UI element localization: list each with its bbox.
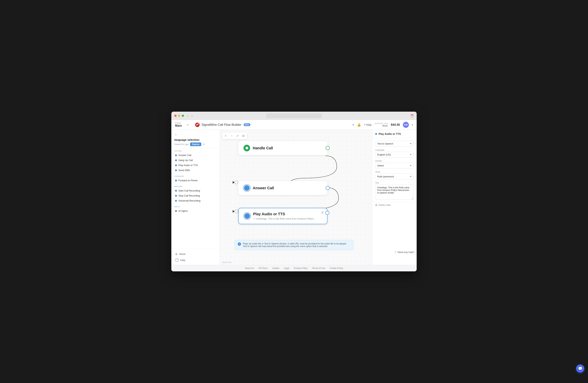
play-audio-right-connector[interactable] xyxy=(325,211,329,215)
flow-name: language selection xyxy=(174,138,216,141)
back-button[interactable]: ← xyxy=(174,132,178,137)
project-label: Project xyxy=(175,122,182,124)
app-title-text: SignalWire Call Flow Builder xyxy=(201,123,241,127)
play-audio-node[interactable]: Play Audio or TTS ↪ Greetings. This is t… xyxy=(238,208,327,224)
gender-label: Gender xyxy=(375,160,414,162)
sidebar-item-label: Send SMS xyxy=(178,169,190,172)
footer-link-cookie[interactable]: Cookie Policy xyxy=(330,267,343,269)
sidebar-item-play-audio-tts[interactable]: Play Audio or TTS xyxy=(174,163,216,168)
sidebar-item-send-sms[interactable]: Send SMS xyxy=(174,168,216,173)
project-info: Project Main xyxy=(175,122,182,127)
panel-dot xyxy=(375,133,377,135)
sidebar-section-record: RECORD Start Call Recording Stop Call Re… xyxy=(171,184,219,204)
sidebar-item-label: Answer Call xyxy=(178,154,191,157)
dot-icon xyxy=(175,180,177,181)
delete-node-icon[interactable]: 🗑 xyxy=(321,211,324,214)
titlebar-clock: ⏰ xyxy=(411,114,414,117)
help-circle-icon: ? xyxy=(364,123,365,126)
sidebar-item-label: Forward to Phone xyxy=(178,179,198,182)
project-name[interactable]: Main xyxy=(175,124,182,127)
nav-back-button[interactable]: ‹ xyxy=(186,114,189,118)
language-field: Language English (US) English (UK) Spani… xyxy=(375,149,414,158)
sidebar-item-stop-call-recording[interactable]: Stop Call Recording xyxy=(174,193,216,198)
swap-icon[interactable]: ⇌ xyxy=(187,123,189,126)
audio-type-select[interactable]: Text to Speech Audio File xyxy=(375,141,414,146)
delete-node-button[interactable]: 🗑 Delete node xyxy=(372,202,417,208)
app-header: Project Main ⇌ SignalWire Call Flow Buil… xyxy=(171,120,417,130)
help-label: Help xyxy=(180,259,185,262)
language-label: Language xyxy=(375,149,414,151)
footer-link-about-us[interactable]: About Us xyxy=(245,267,254,269)
help-button[interactable]: ? Help xyxy=(364,123,372,126)
notification-bell-icon[interactable]: 🔔 xyxy=(357,123,361,126)
logo-area: SignalWire Call Flow Builder Beta xyxy=(195,122,250,127)
history-icon[interactable]: ↺ xyxy=(203,143,205,146)
sidebar-item-ai-agent[interactable]: AI Agent xyxy=(174,208,216,213)
gender-field: Gender Select Male Female xyxy=(375,160,414,168)
handle-call-node[interactable]: Handle Call xyxy=(238,141,327,155)
sidebar-item-start-call-recording[interactable]: Start Call Recording xyxy=(174,188,216,193)
svg-point-0 xyxy=(246,147,248,149)
about-link[interactable]: ◈ About xyxy=(174,251,216,257)
tts-text-input[interactable]: Greetings. This is the Ruth voice from A… xyxy=(375,185,414,200)
dot-icon xyxy=(175,159,177,161)
sidebar-item-label: Stop Call Recording xyxy=(178,194,200,197)
fullscreen-button[interactable] xyxy=(182,115,184,117)
answer-call-node[interactable]: Answer Call xyxy=(238,181,327,195)
save-view-button[interactable]: ⊡ xyxy=(241,133,246,138)
help-chat-close-button[interactable]: × xyxy=(395,250,396,254)
gender-select[interactable]: Select Male Female xyxy=(375,163,414,168)
zoom-in-button[interactable]: + xyxy=(223,133,228,138)
record-section-label: RECORD xyxy=(174,185,216,187)
footer-link-legal[interactable]: Legal xyxy=(284,267,289,269)
zoom-out-button[interactable]: − xyxy=(229,133,234,138)
voice-select[interactable]: Ruth (premium) Joanna Matthew xyxy=(375,174,414,180)
footer-link-api-docs[interactable]: API Docs xyxy=(258,267,268,269)
titlebar: ‹ › ⏰ xyxy=(171,112,417,120)
fit-view-button[interactable]: ⤢ xyxy=(235,133,240,138)
sidebar-item-label: AI Agent xyxy=(178,209,188,212)
nav-forward-button[interactable]: › xyxy=(190,114,194,118)
footer-link-guides[interactable]: Guides xyxy=(272,267,279,269)
play-audio-subtitle: ↪ Greetings. This is the Ruth voice from… xyxy=(253,217,322,220)
dot-icon xyxy=(175,210,177,212)
answer-call-arrow xyxy=(233,181,238,184)
header-right: 🔔 ? Help SUPPORT TIER Basic $44.56 SW ▾ xyxy=(352,122,413,128)
sidebar-item-hang-up-call[interactable]: Hang Up Call xyxy=(174,158,216,163)
handle-call-right-connector[interactable] xyxy=(326,146,330,150)
help-chat-text: Need any help? xyxy=(398,251,414,254)
saved-status: Saved 0m ago xyxy=(174,143,189,146)
forward-section-label: FORWARD xyxy=(174,175,216,177)
help-question-icon: ? xyxy=(175,258,179,262)
dot-icon xyxy=(175,190,177,192)
dot-icon xyxy=(175,164,177,166)
minimize-button[interactable] xyxy=(178,115,180,117)
sidebar-item-forward-to-phone[interactable]: Forward to Phone xyxy=(174,178,216,183)
sidebar-item-label: Play Audio or TTS xyxy=(178,164,198,167)
canvas-footer: React Flow xyxy=(222,261,231,263)
canvas-area[interactable]: + − ⤢ ⊡ Handle xyxy=(220,130,372,265)
text-field: Text Greetings. This is the Ruth voice f… xyxy=(375,182,414,200)
language-select[interactable]: English (US) English (UK) Spanish xyxy=(375,152,414,158)
footer-link-privacy[interactable]: Privacy Policy xyxy=(294,267,308,269)
help-link[interactable]: ? Help xyxy=(174,257,216,263)
dot-icon xyxy=(175,200,177,202)
about-label: About xyxy=(179,253,186,255)
answer-call-right-connector[interactable] xyxy=(326,186,330,190)
close-button[interactable] xyxy=(174,115,177,117)
sidebar-item-voicemail-recording[interactable]: Voicemail Recording xyxy=(174,198,216,203)
app-window: ‹ › ⏰ Project Main ⇌ SignalWire Call Flo… xyxy=(171,112,417,271)
deploy-button[interactable]: Deploy xyxy=(190,142,201,146)
sidebar-item-answer-call[interactable]: Answer Call xyxy=(174,153,216,158)
panel-title: Play Audio or TTS xyxy=(378,132,401,135)
chevron-down-icon[interactable]: ▾ xyxy=(412,123,413,126)
right-panel: Play Audio or TTS Text to Speech Audio F… xyxy=(372,130,417,265)
url-bar[interactable] xyxy=(266,113,322,118)
about-icon: ◈ xyxy=(175,252,178,256)
avatar[interactable]: SW xyxy=(403,122,409,128)
footer-link-terms[interactable]: Terms of Use xyxy=(312,267,325,269)
play-audio-node-icon xyxy=(244,213,251,219)
panel-header: Play Audio or TTS xyxy=(372,130,417,138)
handle-call-node-container: Handle Call xyxy=(238,141,327,155)
voice-field: Voice Ruth (premium) Joanna Matthew xyxy=(375,171,414,180)
